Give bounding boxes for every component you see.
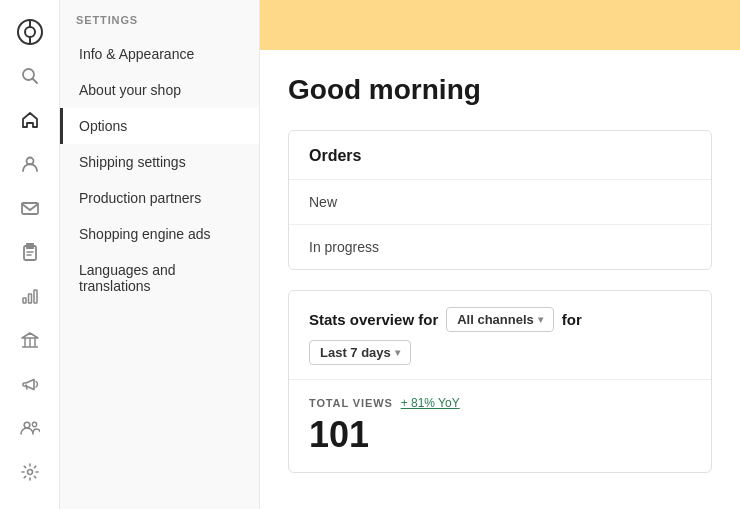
logo-icon[interactable] [10,12,50,52]
channel-dropdown[interactable]: All channels ▾ [446,307,554,332]
stats-header: Stats overview for All channels ▾ for La… [289,291,711,379]
channel-dropdown-chevron: ▾ [538,314,543,325]
svg-point-17 [24,422,30,428]
main-header-banner [260,0,740,50]
period-dropdown-label: Last 7 days [320,345,391,360]
mail-icon[interactable] [10,188,50,228]
orders-row-new[interactable]: New [289,179,711,224]
sidebar-item-production[interactable]: Production partners [60,180,259,216]
stats-label-row: TOTAL VIEWS + 81% YoY [309,396,691,410]
yoy-badge: + 81% YoY [401,396,460,410]
stats-header-label: Stats overview for [309,311,438,328]
orders-card-title: Orders [289,131,711,179]
bank-icon[interactable] [10,320,50,360]
sidebar-header: SETTINGS [60,0,259,36]
sidebar-item-shopping[interactable]: Shopping engine ads [60,216,259,252]
orders-row-in-progress[interactable]: In progress [289,224,711,269]
icon-bar [0,0,60,509]
people-icon[interactable] [10,144,50,184]
svg-point-1 [25,27,35,37]
period-dropdown[interactable]: Last 7 days ▾ [309,340,411,365]
stats-value: 101 [309,414,691,456]
main-content: Good morning Orders New In progress Stat… [260,50,740,509]
team-icon[interactable] [10,408,50,448]
settings-icon[interactable] [10,452,50,492]
stats-card: Stats overview for All channels ▾ for La… [288,290,712,473]
page-title: Good morning [288,74,712,106]
svg-line-5 [32,79,37,84]
svg-rect-13 [34,290,37,303]
chart-icon[interactable] [10,276,50,316]
period-dropdown-chevron: ▾ [395,347,400,358]
svg-point-18 [32,422,36,426]
sidebar-item-about[interactable]: About your shop [60,72,259,108]
svg-rect-7 [22,203,38,214]
svg-rect-11 [23,298,26,303]
megaphone-icon[interactable] [10,364,50,404]
search-icon[interactable] [10,56,50,96]
channel-dropdown-label: All channels [457,312,534,327]
orders-card: Orders New In progress [288,130,712,270]
total-views-label: TOTAL VIEWS [309,397,393,409]
stats-body: TOTAL VIEWS + 81% YoY 101 [289,379,711,472]
sidebar-item-options[interactable]: Options [60,108,259,144]
sidebar-item-shipping[interactable]: Shipping settings [60,144,259,180]
home-icon[interactable] [10,100,50,140]
sidebar-item-info-appearance[interactable]: Info & Appearance [60,36,259,72]
svg-rect-12 [28,294,31,303]
main-area: Good morning Orders New In progress Stat… [260,0,740,509]
sidebar: SETTINGS Info & Appearance About your sh… [60,0,260,509]
sidebar-item-languages[interactable]: Languages and translations [60,252,259,304]
for-label: for [562,311,582,328]
clipboard-icon[interactable] [10,232,50,272]
svg-point-19 [27,470,32,475]
